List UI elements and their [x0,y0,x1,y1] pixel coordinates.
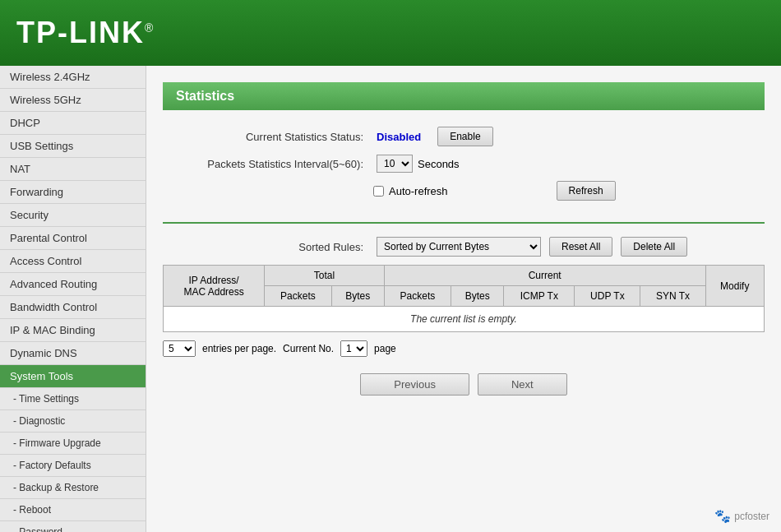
sidebar-item-parental-control[interactable]: Parental Control [0,227,146,250]
sidebar-item-backup-restore[interactable]: - Backup & Restore [0,477,146,499]
auto-refresh-label: Auto-refresh [389,185,448,197]
page-label: page [374,343,396,354]
sidebar-item-nat[interactable]: NAT [0,158,146,181]
sidebar-item-forwarding[interactable]: Forwarding [0,181,146,204]
sidebar-item-ip-mac-binding[interactable]: IP & MAC Binding [0,319,146,342]
delete-all-button[interactable]: Delete All [621,237,687,257]
sidebar: Wireless 2.4GHzWireless 5GHzDHCPUSB Sett… [0,66,146,532]
sidebar-item-time-settings[interactable]: - Time Settings [0,388,146,410]
sidebar-item-advanced-routing[interactable]: Advanced Routing [0,273,146,296]
next-button[interactable]: Next [478,373,567,396]
enable-button[interactable]: Enable [437,127,492,146]
sidebar-item-diagnostic[interactable]: - Diagnostic [0,410,146,433]
current-no-label: Current No. [283,343,334,354]
content-area: Statistics Current Statistics Status: Di… [146,66,781,532]
sorted-rules-select[interactable]: Sorted by Current Bytes [377,237,541,257]
col-current-bytes: Bytes [451,286,504,307]
sidebar-item-dhcp[interactable]: DHCP [0,112,146,135]
logo: TP-LINK® [16,16,155,50]
empty-row: The current list is empty. [164,307,765,332]
refresh-button[interactable]: Refresh [557,181,616,201]
col-total-bytes: Bytes [331,286,384,307]
interval-row: Packets Statistics Interval(5~60): 10 Se… [163,155,765,173]
watermark: 🐾 pcfoster [714,508,769,524]
col-modify-header: Modify [705,266,764,307]
status-label: Current Statistics Status: [179,131,377,143]
col-udp-tx: UDP Tx [575,286,640,307]
sorted-rules-row: Sorted Rules: Sorted by Current Bytes Re… [163,237,765,257]
col-syn-tx: SYN Tx [640,286,705,307]
interval-select[interactable]: 10 [377,155,413,173]
col-total-header: Total [265,266,385,286]
status-row: Current Statistics Status: Disabled Enab… [163,127,765,146]
interval-unit: Seconds [418,158,460,170]
auto-refresh-checkbox[interactable] [373,186,384,197]
sidebar-item-factory-defaults[interactable]: - Factory Defaults [0,455,146,477]
sidebar-item-firmware-upgrade[interactable]: - Firmware Upgrade [0,433,146,455]
previous-button[interactable]: Previous [360,373,469,396]
statistics-table: IP Address/MAC Address Total Current Mod… [163,265,765,332]
pagination-row: 5 10 20 50 entries per page. Current No.… [163,340,765,357]
sidebar-item-access-control[interactable]: Access Control [0,250,146,273]
watermark-text: pcfoster [734,511,769,522]
sidebar-item-bandwidth-control[interactable]: Bandwidth Control [0,296,146,319]
sidebar-item-password[interactable]: - Password [0,521,146,532]
col-current-header: Current [384,266,705,286]
main-layout: Wireless 2.4GHzWireless 5GHzDHCPUSB Sett… [0,66,781,532]
form-section: Current Statistics Status: Disabled Enab… [163,127,765,224]
auto-refresh-row: Auto-refresh Refresh [163,181,765,201]
sidebar-item-dynamic-dns[interactable]: Dynamic DNS [0,342,146,365]
sorted-controls: Sorted by Current Bytes Reset All Delete… [377,237,687,257]
watermark-icon: 🐾 [714,508,731,524]
col-current-packets: Packets [384,286,451,307]
col-total-packets: Packets [265,286,331,307]
sidebar-item-system-tools[interactable]: System Tools [0,365,146,388]
logo-text: TP-LINK [16,16,145,49]
sorted-rules-label: Sorted Rules: [179,241,377,253]
page-number-select[interactable]: 1 [340,340,367,357]
logo-tm: ® [145,21,155,35]
status-value: Disabled [377,131,421,143]
reset-all-button[interactable]: Reset All [549,237,612,257]
empty-message: The current list is empty. [164,307,765,332]
interval-label: Packets Statistics Interval(5~60): [179,158,377,170]
sidebar-item-wireless-5g[interactable]: Wireless 5GHz [0,89,146,112]
header: TP-LINK® [0,0,781,66]
sidebar-item-usb-settings[interactable]: USB Settings [0,135,146,158]
page-title-bar: Statistics [163,82,765,110]
entries-per-page-select[interactable]: 5 10 20 50 [163,340,196,357]
sidebar-item-wireless-24[interactable]: Wireless 2.4GHz [0,66,146,89]
page-title: Statistics [176,89,751,104]
entries-label: entries per page. [202,343,276,354]
col-ip-mac: IP Address/MAC Address [164,266,265,307]
interval-controls: 10 Seconds [377,155,460,173]
sidebar-item-security[interactable]: Security [0,204,146,227]
navigation-buttons: Previous Next [163,373,765,396]
col-icmp-tx: ICMP Tx [504,286,575,307]
sidebar-item-reboot[interactable]: - Reboot [0,499,146,521]
